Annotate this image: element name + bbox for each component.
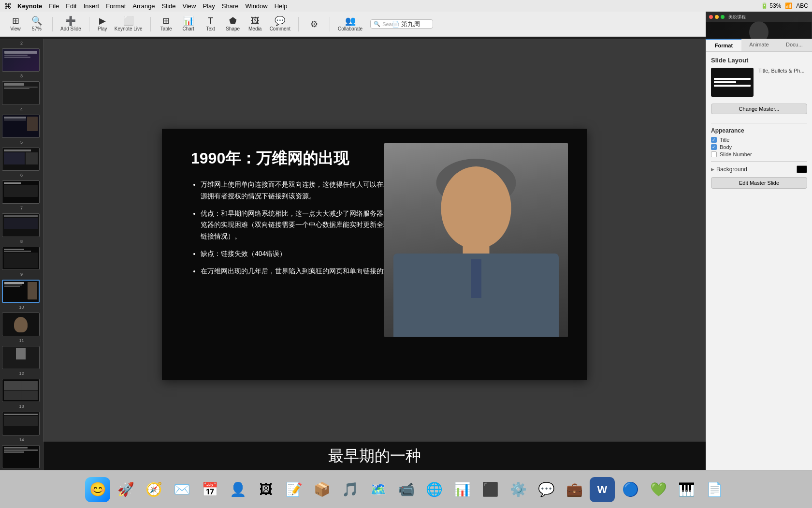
text-label: Text [206,26,215,31]
dock-facetime[interactable]: 📹 [393,477,419,502]
dock-skype[interactable]: 💬 [534,477,559,502]
dock-music[interactable]: 🎵 [337,477,362,502]
menu-help[interactable]: Help [275,2,288,10]
body-checkbox[interactable] [711,144,717,150]
slide-thumb-13[interactable] [2,412,40,435]
format-tab[interactable]: Format [706,39,741,51]
slide-thumb-2[interactable] [2,48,40,72]
dock-wechat[interactable]: 💚 [646,477,671,502]
excel-icon: 📊 [454,481,471,497]
dock-chrome[interactable]: 🌐 [421,477,447,502]
slide-thumb-8[interactable] [2,247,40,270]
slide-thumb-14[interactable] [2,445,40,468]
slide-thumb-10[interactable] [2,313,40,336]
title-check-label: Title [720,137,729,143]
presentation-slide: 1990年：万维网的出现 万维网上使用单向连接而不是双向连接，这使得任何人可以在… [162,129,587,380]
slide-navigator[interactable]: 2 3 4 5 [0,39,44,470]
table-button[interactable]: ⊞ Table [156,15,177,33]
slide-num-13: 13 [2,404,41,409]
comment-button[interactable]: 💬 Comment [267,15,293,33]
document-tab[interactable]: Docu... [777,39,812,51]
slide-thumb-7[interactable] [2,213,40,237]
slide-thumb-6[interactable] [2,180,40,204]
bullet-4: 在万维网出现的几年后，世界陷入到疯狂的网页和单向链接的海洋。 [201,266,413,277]
section-label: Slide Layout [711,57,748,64]
slide-num-4: 4 [2,107,41,112]
dock-keynote[interactable]: 🎹 [674,477,699,502]
menu-arrange[interactable]: Arrange [132,2,155,10]
slide-thumb-5[interactable] [2,148,40,171]
menu-format[interactable]: Format [106,2,126,10]
dock-zoom[interactable]: 🔵 [618,477,643,502]
dock-pages[interactable]: 📄 [702,477,727,502]
menu-edit[interactable]: Edit [66,2,76,10]
dock-notes[interactable]: 📝 [281,477,306,502]
document-title: 📄 第九周 [392,20,420,29]
menu-window[interactable]: Window [245,2,267,10]
table-label: Table [160,26,172,31]
comment-label: Comment [270,26,290,31]
dock-excel[interactable]: 📊 [450,477,475,502]
change-master-button[interactable]: Change Master... [711,104,807,114]
collaborate-button[interactable]: 👥 Collaborate [335,15,365,33]
text-icon: T [208,16,213,25]
slide-thumb-3[interactable] [2,81,40,105]
background-color-swatch[interactable] [797,165,807,173]
zoom-button[interactable]: 🔍 57% [26,15,47,33]
slide-num-11: 11 [2,338,41,343]
keynote-live-button[interactable]: ⬜ Keynote Live [112,15,145,33]
add-slide-button[interactable]: ➕ Add Slide [58,15,84,33]
view-icon: ⊞ [12,16,19,25]
add-slide-label: Add Slide [60,26,81,31]
animate-tab[interactable]: Animate [741,39,777,51]
slide-num-14: 14 [2,437,41,442]
slide-number-checkbox[interactable] [711,151,717,157]
media-button[interactable]: 🖼 Media [245,15,266,33]
apple-menu[interactable]: ⌘ [4,1,12,11]
dock-preferences[interactable]: ⚙️ [506,477,531,502]
app-name[interactable]: Keynote [17,2,42,10]
background-row[interactable]: ▶ Background [711,165,807,173]
slide-thumb-9[interactable] [2,280,40,303]
dock-word[interactable]: W [590,477,615,502]
dock-photos[interactable]: 🖼 [253,477,278,502]
zoom-label: 57% [32,26,42,31]
edit-master-button[interactable]: Edit Master Slide [711,177,807,189]
slide-thumb-4[interactable] [2,115,40,138]
dock-calendar[interactable]: 📅 [197,477,222,502]
dock-mail[interactable]: ✉️ [169,477,194,502]
dock-finder[interactable]: 😊 [85,477,110,502]
person-photo [384,143,568,337]
menu-file[interactable]: File [49,2,59,10]
slide-thumb-11[interactable] [2,346,40,369]
chart-button[interactable]: 📊 Chart [178,15,199,33]
menu-insert[interactable]: Insert [84,2,100,10]
dock-slack[interactable]: 💼 [562,477,587,502]
shape-button[interactable]: ⬟ Shape [222,15,244,33]
contacts-icon: 👤 [230,481,246,497]
menu-share[interactable]: Share [222,2,239,10]
title-checkbox[interactable] [711,137,717,143]
dock-terminal[interactable]: ⬛ [478,477,503,502]
slide-thumb-12[interactable] [2,379,40,402]
view-button[interactable]: ⊞ View [5,15,26,33]
body-check-row: Body [711,144,807,150]
text-button[interactable]: T Text [200,15,221,33]
comment-icon: 💬 [275,16,285,25]
menu-view[interactable]: View [183,2,196,10]
slide-num-9: 9 [2,272,41,277]
play-button[interactable]: ▶ Play [94,15,111,33]
dock-safari[interactable]: 🧭 [141,477,166,502]
slide-num-6: 6 [2,173,41,178]
slide-num-3: 3 [2,74,41,78]
dock-appstore[interactable]: 📦 [309,477,334,502]
slide-canvas: 1990年：万维网的出现 万维网上使用单向连接而不是双向连接，这使得任何人可以在… [44,39,706,470]
menu-play[interactable]: Play [203,2,215,10]
dock-maps[interactable]: 🗺️ [365,477,391,502]
menu-slide[interactable]: Slide [162,2,176,10]
dock-launchpad[interactable]: 🚀 [113,477,138,502]
play-label: Play [98,26,107,31]
dock-contacts[interactable]: 👤 [225,477,250,502]
caption-text: 最早期的一种 [328,446,421,467]
settings-button[interactable]: ⚙ [304,18,325,30]
